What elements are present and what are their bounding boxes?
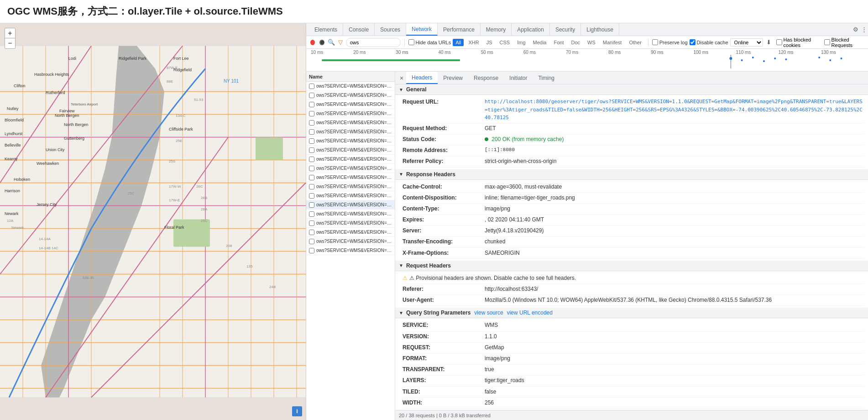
network-item[interactable]: ows?SERVICE=WMS&VERSION=1.1... [306,91,395,100]
zoom-out-button[interactable]: − [5,38,15,48]
hide-data-urls-checkbox[interactable]: Hide data URLs [408,39,451,45]
content-disposition-key: Content-Disposition: [403,194,485,202]
throttle-select[interactable]: Online Offline Fast 3G Slow 3G [730,38,763,47]
query-param-value: image/png [485,354,510,363]
devtools-tab-application[interactable]: Application [512,23,550,36]
filter-media[interactable]: Media [530,39,549,46]
remote-address-key: Remote Address: [403,146,485,155]
filter-all[interactable]: All [453,39,464,46]
svg-point-88 [785,58,787,60]
devtools-tab-network[interactable]: Network [406,23,438,36]
devtools-tab-lighthouse[interactable]: Lighthouse [581,23,619,36]
status-bar-text: 20 / 38 requests | 0 B / 3.8 kB transfer… [399,413,491,418]
filter-manifest[interactable]: Manifest [600,39,625,46]
x-frame-options-key: X-Frame-Options: [403,249,485,257]
response-headers-section-header[interactable]: ▼ Response Headers [395,169,868,180]
filter-ws[interactable]: WS [585,39,598,46]
view-url-encoded-link[interactable]: view URL encoded [507,310,553,316]
filter-doc[interactable]: Doc [569,39,583,46]
filter-font[interactable]: Font [551,39,566,46]
general-section-header[interactable]: ▼ General [395,84,868,95]
tab-initiator[interactable]: Initiator [504,72,533,84]
query-params-section-header[interactable]: ▼ Query String Parameters view source vi… [395,308,868,318]
query-param-key: LAYERS: [403,376,485,385]
tab-headers[interactable]: Headers [406,72,438,84]
request-headers-section-header[interactable]: ▼ Request Headers [395,261,868,271]
network-item[interactable]: ows?SERVICE=WMS&VERSION=1.1... [306,118,395,127]
network-item[interactable]: ows?SERVICE=WMS&VERSION=1.1... [306,100,395,109]
filter-other[interactable]: Other [626,39,644,46]
expires-value: , 02 2020 04:11:40 GMT [485,215,544,224]
network-item[interactable]: ows?SERVICE=WMS&VERSION=1.1... [306,82,395,91]
network-item[interactable]: ows?SERVICE=WMS&VERSION=1.1... [306,182,395,191]
transfer-encoding-key: Transfer-Encoding: [403,237,485,246]
query-param-row: FORMAT:image/png [403,353,864,364]
devtools-tab-memory[interactable]: Memory [481,23,512,36]
network-item[interactable]: ows?SERVICE=WMS&VERSION=1.1... [306,191,395,200]
devtools-tab-elements[interactable]: Elements [309,23,343,36]
network-item[interactable]: ows?SERVICE=WMS&VERSION=1.1... [306,146,395,155]
network-item[interactable]: ows?SERVICE=WMS&VERSION=1.1... [306,228,395,237]
devtools-tab-console[interactable]: Console [343,23,375,36]
svg-rect-81 [322,59,460,61]
network-item[interactable]: ows?SERVICE=WMS&VERSION=1.1... [306,127,395,136]
network-item[interactable]: ows?SERVICE=WMS&VERSION=1.1... [306,246,395,255]
import-icon[interactable]: ⬇ [766,39,771,46]
view-source-link[interactable]: view source [474,310,503,316]
more-icon[interactable]: ⋮ [860,26,868,34]
network-item[interactable]: ows?SERVICE=WMS&VERSION=1.1... [306,237,395,246]
devtools-content: Name ows?SERVICE=WMS&VERSION=1.1...ows?S… [306,72,868,420]
details-content: ▼ General Request URL: http://localhost:… [395,84,868,410]
map-info-button[interactable]: i [292,406,302,416]
network-item[interactable]: ows?SERVICE=WMS&VERSION=1.1... [306,164,395,173]
svg-text:Floral Park: Floral Park [164,225,184,230]
zoom-in-button[interactable]: + [5,28,15,38]
preserve-log-checkbox[interactable]: Preserve log [652,39,688,45]
filter-icon[interactable]: ▽ [338,39,343,46]
svg-text:87W-E: 87W-E [167,66,178,70]
query-param-key: WIDTH: [403,399,485,407]
timeline-label-90ms: 90 ms [651,50,693,55]
network-item[interactable]: ows?SERVICE=WMS&VERSION=1.1... [306,109,395,118]
devtools-tab-security[interactable]: Security [550,23,581,36]
close-details-button[interactable]: × [397,74,406,83]
disable-cache-checkbox[interactable]: Disable cache [690,39,728,45]
network-item[interactable]: ows?SERVICE=WMS&VERSION=1.1... [306,136,395,146]
devtools-tab-sources[interactable]: Sources [375,23,406,36]
svg-text:Cliffside Park: Cliffside Park [169,127,193,131]
separator2 [648,39,648,46]
expires-row: Expires: , 02 2020 04:11:40 GMT [403,215,864,226]
cache-control-row: Cache-Control: max-age=3600, must-revali… [403,182,864,193]
tab-response[interactable]: Response [468,72,504,84]
query-param-value: GetMap [485,343,504,352]
search-input[interactable] [346,38,401,47]
query-param-value: true [485,365,494,374]
referrer-policy-row: Referrer Policy: strict-origin-when-cros… [403,156,864,167]
blocked-requests-checkbox[interactable]: Blocked Requests [824,37,865,48]
has-blocked-cookies-checkbox[interactable]: Has blocked cookies [776,37,822,48]
clear-button[interactable]: ⊘ [319,40,324,45]
record-button[interactable] [310,40,315,45]
filter-js[interactable]: JS [484,39,495,46]
svg-point-86 [763,60,765,62]
network-item[interactable]: ows?SERVICE=WMS&VERSION=1.1... [306,219,395,228]
filter-css[interactable]: CSS [497,39,513,46]
query-param-value: false [485,388,496,396]
filter-img[interactable]: Img [514,39,528,46]
tab-preview[interactable]: Preview [438,72,468,84]
devtools-tab-performance[interactable]: Performance [438,23,481,36]
network-item[interactable]: ows?SERVICE=WMS&VERSION=1.1... [306,210,395,219]
network-item[interactable]: ows?SERVICE=WMS&VERSION=1.1... [306,155,395,164]
svg-point-85 [752,57,754,58]
timeline-labels: 10 ms 20 ms 30 ms 40 ms 50 ms 60 ms 70 m… [306,50,868,55]
tab-timing[interactable]: Timing [533,72,560,84]
svg-text:Union City: Union City [46,147,65,152]
server-row: Server: Jetty(9.4.18.v20190429) [403,226,864,236]
referrer-policy-value: strict-origin-when-cross-origin [485,157,556,166]
search-icon[interactable]: 🔍 [328,38,335,47]
referrer-policy-key: Referrer Policy: [403,157,485,166]
network-item[interactable]: ows?SERVICE=WMS&VERSION=1.1... [306,173,395,182]
filter-xhr[interactable]: XHR [465,39,481,46]
settings-icon[interactable]: ⚙ [852,26,860,34]
network-item[interactable]: ows?SERVICE=WMS&VERSION=1.1... [306,200,395,210]
